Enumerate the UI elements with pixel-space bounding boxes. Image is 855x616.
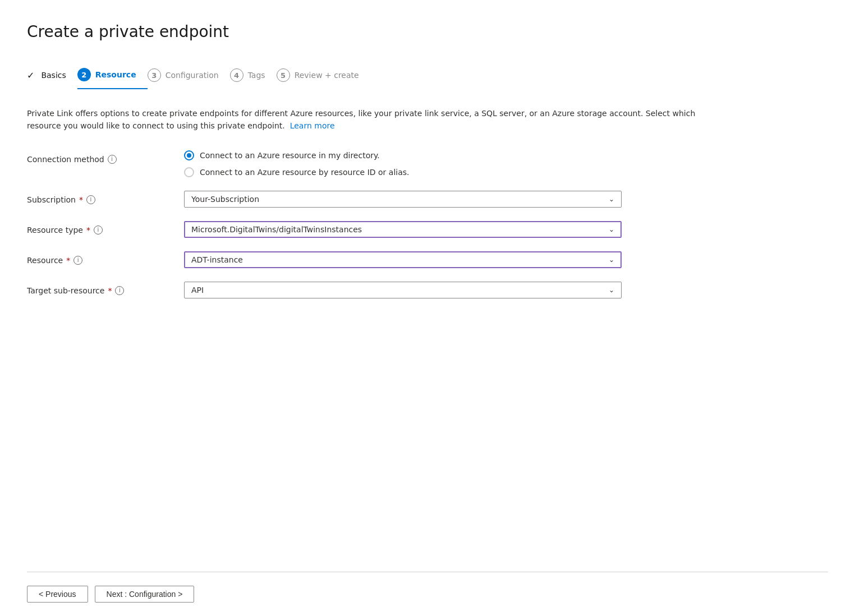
resource-type-row: Resource type * i Microsoft.DigitalTwins… — [27, 221, 700, 238]
page-title: Create a private endpoint — [27, 22, 828, 41]
target-sub-resource-required: * — [108, 286, 112, 295]
subscription-row: Subscription * i Your-Subscription ⌄ — [27, 191, 700, 208]
target-sub-resource-dropdown[interactable]: API ⌄ — [184, 282, 622, 298]
radio-resource-id-input[interactable] — [184, 167, 194, 177]
next-button[interactable]: Next : Configuration > — [95, 586, 195, 603]
previous-button[interactable]: < Previous — [27, 586, 88, 603]
resource-type-chevron-icon: ⌄ — [609, 226, 614, 233]
connection-method-label: Connection method — [27, 155, 104, 164]
resource-control: ADT-instance ⌄ — [184, 251, 700, 268]
step-tags[interactable]: 4 Tags — [230, 64, 277, 89]
target-sub-resource-info-icon[interactable]: i — [115, 286, 124, 295]
connection-method-info-icon[interactable]: i — [108, 155, 117, 164]
steps-bar: ✓ Basics 2 Resource 3 Configuration 4 Ta… — [27, 63, 828, 89]
resource-type-info-icon[interactable]: i — [94, 226, 103, 235]
connection-method-row: Connection method i Connect to an Azure … — [27, 150, 700, 177]
resource-label: Resource — [27, 256, 63, 265]
step-resource[interactable]: 2 Resource — [77, 63, 148, 89]
subscription-value: Your-Subscription — [191, 195, 259, 204]
connection-method-control: Connect to an Azure resource in my direc… — [184, 150, 700, 177]
resource-required: * — [66, 256, 70, 265]
step-tags-badge: 4 — [230, 68, 243, 82]
description-text: Private Link offers options to create pr… — [27, 107, 700, 132]
step-configuration-label: Configuration — [166, 71, 219, 80]
target-sub-resource-row: Target sub-resource * i API ⌄ — [27, 282, 700, 298]
step-review-badge: 5 — [277, 68, 290, 82]
radio-resource-id[interactable]: Connect to an Azure resource by resource… — [184, 167, 700, 177]
resource-type-dropdown[interactable]: Microsoft.DigitalTwins/digitalTwinsInsta… — [184, 221, 622, 238]
target-sub-resource-control: API ⌄ — [184, 282, 700, 298]
connection-method-label-col: Connection method i — [27, 150, 173, 164]
resource-type-label: Resource type — [27, 226, 83, 235]
step-configuration-badge: 3 — [148, 68, 161, 82]
subscription-dropdown[interactable]: Your-Subscription ⌄ — [184, 191, 622, 208]
step-resource-badge: 2 — [77, 68, 91, 81]
target-sub-resource-label-col: Target sub-resource * i — [27, 282, 173, 295]
resource-type-value: Microsoft.DigitalTwins/digitalTwinsInsta… — [191, 225, 362, 234]
radio-directory-label: Connect to an Azure resource in my direc… — [200, 151, 380, 160]
step-review-create-label: Review + create — [295, 71, 359, 80]
step-review-create[interactable]: 5 Review + create — [277, 64, 370, 89]
resource-value: ADT-instance — [191, 255, 243, 264]
resource-chevron-icon: ⌄ — [609, 256, 614, 264]
subscription-label-col: Subscription * i — [27, 191, 173, 204]
subscription-label: Subscription — [27, 195, 76, 204]
step-resource-label: Resource — [95, 70, 136, 79]
step-basics-label: Basics — [41, 71, 66, 80]
resource-row: Resource * i ADT-instance ⌄ — [27, 251, 700, 268]
step-configuration[interactable]: 3 Configuration — [148, 64, 230, 89]
learn-more-link[interactable]: Learn more — [290, 121, 335, 130]
subscription-info-icon[interactable]: i — [86, 195, 95, 204]
radio-resource-id-label: Connect to an Azure resource by resource… — [200, 168, 410, 177]
radio-directory-dot — [187, 153, 191, 158]
step-basics[interactable]: ✓ Basics — [27, 66, 77, 88]
target-sub-resource-value: API — [191, 286, 204, 295]
checkmark-icon: ✓ — [27, 70, 34, 81]
target-sub-resource-label: Target sub-resource — [27, 286, 104, 295]
subscription-required: * — [79, 195, 83, 204]
step-tags-label: Tags — [248, 71, 265, 80]
resource-dropdown[interactable]: ADT-instance ⌄ — [184, 251, 622, 268]
radio-directory[interactable]: Connect to an Azure resource in my direc… — [184, 150, 700, 160]
subscription-chevron-icon: ⌄ — [609, 195, 614, 203]
form-section: Connection method i Connect to an Azure … — [27, 150, 700, 298]
radio-directory-input[interactable] — [184, 150, 194, 160]
page-container: Create a private endpoint ✓ Basics 2 Res… — [0, 0, 855, 616]
resource-info-icon[interactable]: i — [73, 256, 82, 265]
footer: < Previous Next : Configuration > — [27, 572, 828, 616]
resource-label-col: Resource * i — [27, 251, 173, 265]
radio-group: Connect to an Azure resource in my direc… — [184, 150, 700, 177]
resource-type-control: Microsoft.DigitalTwins/digitalTwinsInsta… — [184, 221, 700, 238]
subscription-control: Your-Subscription ⌄ — [184, 191, 700, 208]
resource-type-required: * — [86, 226, 90, 235]
resource-type-label-col: Resource type * i — [27, 221, 173, 235]
target-sub-resource-chevron-icon: ⌄ — [609, 286, 614, 294]
